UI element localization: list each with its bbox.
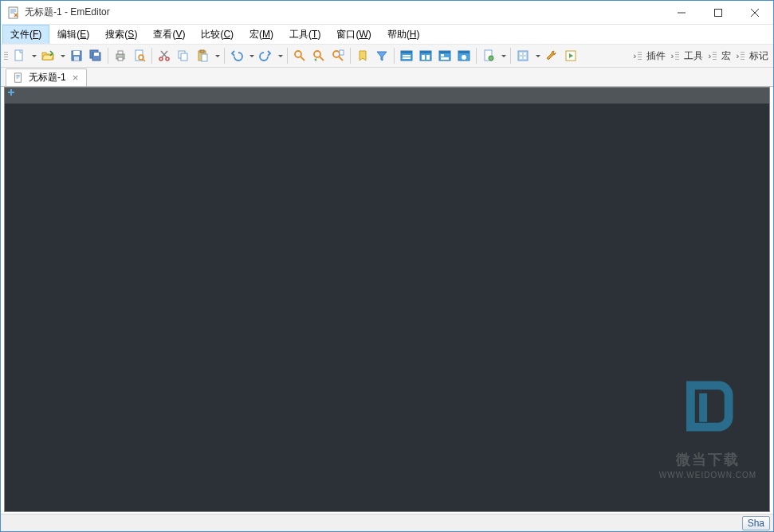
properties-dropdown[interactable]	[533, 47, 541, 65]
svg-rect-33	[403, 55, 411, 57]
properties-button[interactable]	[514, 47, 532, 65]
toolbar-label-macros: 宏	[718, 49, 734, 63]
svg-rect-40	[439, 51, 450, 53]
svg-rect-23	[202, 54, 207, 61]
new-file-dropdown[interactable]	[29, 47, 37, 65]
toolbar-grip[interactable]	[4, 47, 8, 65]
redo-dropdown[interactable]	[276, 47, 284, 65]
svg-rect-48	[518, 51, 528, 61]
maximize-button[interactable]	[700, 1, 737, 24]
toolbar-grip-tools[interactable]	[675, 47, 679, 65]
menu-help[interactable]: 帮助(H)	[379, 25, 428, 45]
svg-rect-44	[458, 51, 470, 53]
svg-rect-41	[441, 54, 444, 57]
svg-point-45	[462, 55, 466, 60]
svg-line-25	[301, 57, 304, 61]
new-file-button[interactable]	[10, 47, 28, 65]
svg-rect-32	[401, 51, 412, 53]
svg-rect-50	[520, 57, 522, 59]
window-controls	[663, 1, 773, 24]
menu-window[interactable]: 窗口(W)	[328, 25, 379, 45]
toolbar-overflow-macros[interactable]: ››	[734, 52, 739, 61]
bookmark-button[interactable]	[354, 47, 371, 65]
svg-rect-49	[520, 53, 522, 55]
tab-close-button[interactable]: ×	[71, 72, 81, 83]
document-config-button[interactable]	[480, 47, 497, 65]
cursor-indicator	[8, 89, 16, 97]
svg-line-27	[320, 57, 324, 61]
print-button[interactable]	[112, 47, 129, 65]
layout-outline-button[interactable]	[436, 47, 454, 65]
svg-rect-38	[426, 55, 430, 60]
menu-view[interactable]: 查看(V)	[145, 25, 193, 45]
window-title: 无标题-1 - EmEditor	[25, 6, 663, 19]
save-button[interactable]	[68, 47, 85, 65]
layout-cell-button[interactable]	[417, 47, 434, 65]
menu-edit[interactable]: 编辑(E)	[49, 25, 97, 45]
toolbar-grip-macros[interactable]	[713, 47, 717, 65]
toolbar-grip-plugins[interactable]	[638, 47, 642, 65]
document-tab-bar: 无标题-1 ×	[1, 68, 773, 87]
document-tab[interactable]: 无标题-1 ×	[6, 68, 87, 86]
editor-content[interactable]	[5, 104, 769, 511]
svg-rect-12	[118, 57, 123, 61]
status-bar: Sha	[1, 514, 773, 531]
layout-normal-button[interactable]	[398, 47, 415, 65]
app-icon	[7, 6, 20, 19]
toolbar-overflow-tools[interactable]: ››	[706, 52, 711, 61]
svg-point-17	[159, 57, 163, 61]
svg-rect-37	[422, 55, 425, 60]
document-tab-label: 无标题-1	[29, 71, 66, 84]
open-file-dropdown[interactable]	[58, 47, 66, 65]
svg-rect-42	[441, 57, 449, 60]
menu-tools[interactable]: 工具(T)	[281, 25, 328, 45]
menu-macros[interactable]: 宏(M)	[242, 25, 281, 45]
toolbar-label-markers: 标记	[746, 49, 772, 63]
find-button[interactable]	[291, 47, 308, 65]
minimize-button[interactable]	[663, 1, 700, 24]
toolbar-label-plugins: 插件	[643, 49, 669, 63]
find-next-button[interactable]	[310, 47, 328, 65]
editor-area[interactable]: 微当下载 WWW.WEIDOWN.COM	[4, 87, 770, 512]
document-icon	[13, 72, 24, 84]
close-button[interactable]	[737, 1, 773, 24]
toolbar-grip-markers[interactable]	[741, 47, 745, 65]
cut-button[interactable]	[155, 47, 173, 65]
filter-button[interactable]	[373, 47, 391, 65]
copy-button[interactable]	[175, 47, 192, 65]
menu-file[interactable]: 文件(F)	[2, 25, 49, 45]
paste-button[interactable]	[194, 47, 211, 65]
toolbar-overflow-main[interactable]: ››	[631, 52, 636, 61]
toolbar-overflow-plugins[interactable]: ››	[669, 52, 674, 61]
svg-point-18	[166, 57, 169, 61]
layout-web-button[interactable]	[455, 47, 473, 65]
menu-compare[interactable]: 比较(C)	[193, 25, 242, 45]
tool-button[interactable]	[543, 47, 560, 65]
menu-search[interactable]: 搜索(S)	[97, 25, 145, 45]
svg-point-26	[314, 51, 320, 57]
paste-dropdown[interactable]	[213, 47, 221, 65]
redo-button[interactable]	[257, 47, 274, 65]
svg-rect-51	[524, 53, 526, 55]
undo-dropdown[interactable]	[247, 47, 255, 65]
document-config-dropdown[interactable]	[499, 47, 507, 65]
svg-point-28	[333, 51, 340, 57]
editor-ruler-band	[5, 88, 769, 104]
undo-button[interactable]	[228, 47, 246, 65]
title-bar: 无标题-1 - EmEditor	[1, 1, 773, 25]
save-all-button[interactable]	[87, 47, 104, 65]
macro-play-button[interactable]	[562, 47, 580, 65]
share-button[interactable]: Sha	[742, 516, 770, 530]
svg-line-29	[339, 57, 343, 61]
svg-line-16	[143, 59, 145, 61]
find-in-files-button[interactable]	[329, 47, 347, 65]
open-file-button[interactable]	[39, 47, 57, 65]
svg-rect-11	[118, 51, 123, 54]
svg-point-13	[122, 55, 124, 57]
svg-rect-22	[200, 50, 204, 53]
svg-rect-9	[94, 53, 99, 56]
svg-rect-36	[420, 51, 431, 53]
svg-point-47	[489, 56, 493, 61]
svg-rect-34	[403, 57, 411, 59]
print-preview-button[interactable]	[131, 47, 148, 65]
